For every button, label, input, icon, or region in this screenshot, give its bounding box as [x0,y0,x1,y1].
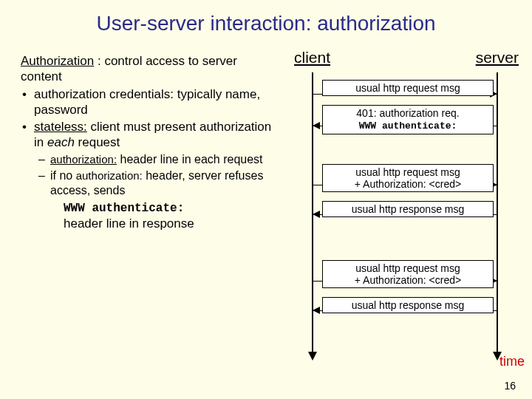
bullet-list: authorization credentials: typically nam… [21,86,279,231]
bullet-1-text: authorization credentials: typically nam… [34,87,260,117]
page-number: 16 [504,380,516,392]
sub2-a: if no [50,169,76,182]
bullet-2: stateless: client must present authoriza… [21,119,279,231]
left-column: Authorization : control access to server… [0,53,279,231]
sub1-rest: header line in each request [117,153,262,166]
tail-rest: header line in response [64,216,279,231]
msg-6: usual http response msg [352,299,465,311]
bullet-2-each: each [47,135,75,149]
sub2-code: authorization: [76,169,143,182]
client-lifeline-arrowhead-icon [308,352,317,361]
msg-box-4: usual http response msg [322,201,494,217]
tail-code: WWW authenticate: [64,201,279,216]
msg-3b: + Authorization: <cred> [355,178,461,190]
tail-block: WWW authenticate: header line in respons… [64,201,279,231]
time-label: time [499,354,525,369]
server-lifeline [497,72,498,353]
msg-3a: usual http request msg [355,166,460,178]
client-label: client [294,49,330,66]
msg-2a: 401: authorization req. [356,107,459,119]
intro-line: Authorization : control access to server… [21,53,279,85]
sub-bullet-1: authorization: header line in each reque… [34,152,279,167]
sub-bullet-list: authorization: header line in each reque… [34,152,279,198]
msg-box-3: usual http request msg + Authorization: … [322,164,494,192]
msg-1: usual http request msg [355,82,460,94]
bullet-2-label: stateless: [34,120,87,134]
bullet-1: authorization credentials: typically nam… [21,86,279,118]
msg-box-5: usual http request msg + Authorization: … [322,260,494,288]
sub1-code: authorization: [50,153,117,166]
intro-label: Authorization [21,54,94,68]
slide-title: User-server interaction: authorization [0,0,532,35]
msg-5b: + Authorization: <cred> [355,274,461,286]
sequence-diagram: client server usual http request msg 401… [284,53,528,231]
sub-bullet-2: if no authorization: header, server refu… [34,168,279,198]
slide-body: Authorization : control access to server… [0,53,532,231]
msg-4: usual http response msg [352,203,465,215]
bullet-2-text-d: request [75,135,120,149]
msg-box-1: usual http request msg [322,80,494,96]
server-label: server [476,49,519,66]
msg-box-2: 401: authorization req. WWW authenticate… [322,105,494,134]
msg-5a: usual http request msg [355,262,460,274]
msg-box-6: usual http response msg [322,297,494,313]
msg-2b: WWW authenticate: [359,120,457,132]
